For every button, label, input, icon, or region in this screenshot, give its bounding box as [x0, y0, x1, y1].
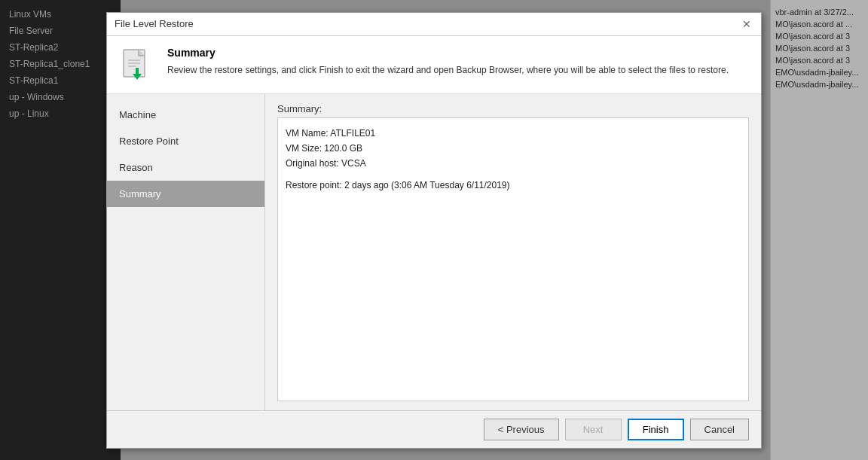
nav-item-summary[interactable]: Summary: [107, 181, 264, 207]
nav-item-restore-point[interactable]: Restore Point: [107, 128, 264, 154]
summary-box: VM Name: ATLFILE01 VM Size: 120.0 GB Ori…: [277, 117, 749, 401]
summary-spacer: [286, 172, 741, 178]
modal-overlay: File Level Restore ✕ Summary: [0, 0, 868, 460]
close-button[interactable]: ✕: [740, 17, 753, 31]
header-icon: [119, 47, 155, 83]
wizard-content: Summary: VM Name: ATLFILE01 VM Size: 120…: [265, 94, 761, 410]
summary-vm-size: VM Size: 120.0 GB: [286, 141, 741, 156]
dialog-footer: < Previous Next Finish Cancel: [107, 410, 761, 448]
file-level-restore-dialog: File Level Restore ✕ Summary: [106, 12, 762, 449]
finish-button[interactable]: Finish: [628, 419, 684, 440]
nav-item-reason[interactable]: Reason: [107, 154, 264, 181]
summary-vm-name: VM Name: ATLFILE01: [286, 126, 741, 141]
wizard-nav: Machine Restore Point Reason Summary: [107, 94, 265, 410]
previous-button[interactable]: < Previous: [484, 419, 559, 440]
header-text: Summary Review the restore settings, and…: [167, 47, 729, 77]
dialog-body: Machine Restore Point Reason Summary Sum…: [107, 94, 761, 410]
summary-original-host: Original host: VCSA: [286, 156, 741, 171]
dialog-title: File Level Restore: [115, 18, 194, 29]
dialog-titlebar: File Level Restore ✕: [107, 13, 761, 36]
header-title: Summary: [167, 47, 729, 59]
header-description: Review the restore settings, and click F…: [167, 63, 729, 77]
summary-restore-point: Restore point: 2 days ago (3:06 AM Tuesd…: [286, 178, 741, 193]
summary-label: Summary:: [277, 103, 749, 114]
dialog-header: Summary Review the restore settings, and…: [107, 36, 761, 94]
cancel-button[interactable]: Cancel: [690, 419, 749, 440]
next-button[interactable]: Next: [565, 419, 622, 440]
nav-item-machine[interactable]: Machine: [107, 102, 264, 128]
